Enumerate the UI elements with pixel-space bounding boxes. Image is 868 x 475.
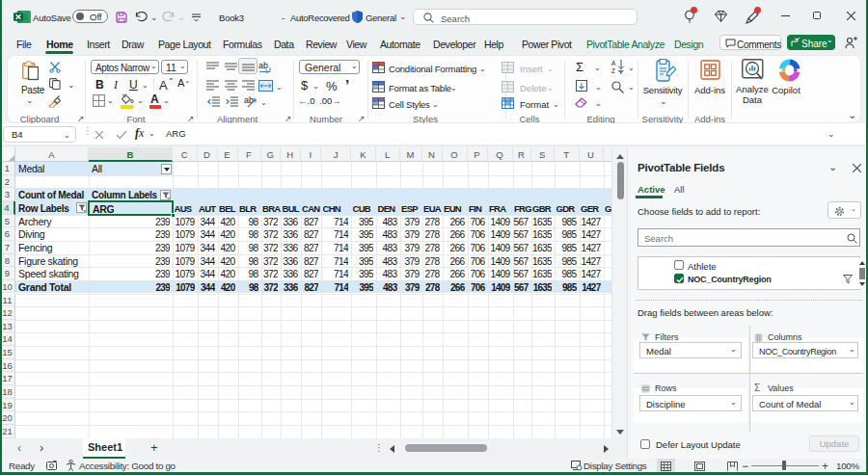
svg-text:A: A	[611, 60, 616, 66]
svg-text:ab: ab	[244, 95, 254, 105]
svg-text:ab: ab	[258, 61, 268, 70]
svg-text:Z: Z	[611, 67, 615, 74]
